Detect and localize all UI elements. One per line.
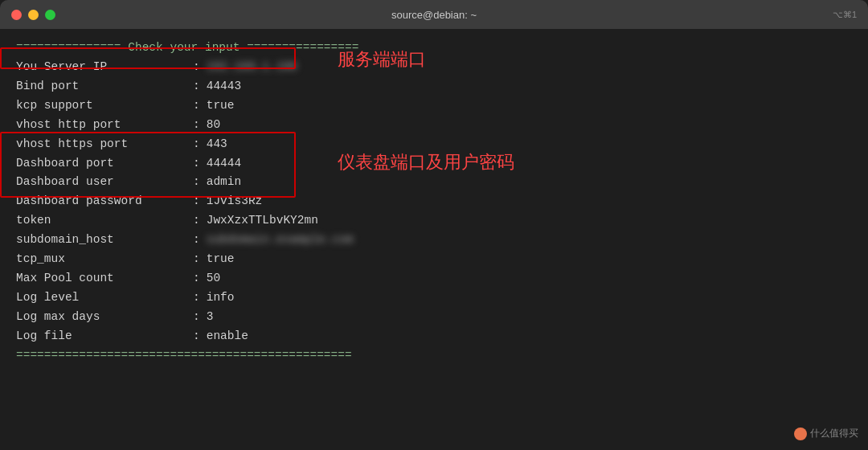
- row-log-file: Log file : enable: [16, 327, 852, 346]
- value-log-max-days: 3: [207, 308, 214, 327]
- key-kcp: kcp support: [16, 96, 193, 116]
- key-dashboard-password: Dashboard password: [16, 192, 193, 211]
- annotation-bind-port: 服务端端口: [338, 45, 426, 74]
- key-max-pool: Max Pool count: [16, 269, 193, 288]
- value-kcp: true: [207, 96, 235, 116]
- key-vhost-http: vhost http port: [16, 116, 193, 135]
- window-title: source@debian: ~: [391, 9, 477, 21]
- key-vhost-https: vhost https port: [16, 135, 193, 154]
- close-button[interactable]: [11, 10, 22, 20]
- watermark-icon: [794, 428, 807, 440]
- value-dashboard-user: admin: [207, 173, 242, 192]
- maximize-button[interactable]: [45, 10, 55, 20]
- minimize-button[interactable]: [28, 10, 39, 20]
- key-log-file: Log file: [16, 327, 193, 346]
- row-kcp: kcp support : true: [16, 96, 852, 116]
- row-subdomain: subdomain_host : subdomain.example.com: [16, 231, 852, 250]
- row-tcp-mux: tcp_mux : true: [16, 250, 852, 269]
- key-subdomain: subdomain_host: [16, 231, 193, 250]
- value-dashboard-port: 44444: [207, 154, 242, 174]
- row-token: token : JwxXzxTTLbvKY2mn: [16, 211, 852, 231]
- value-tcp-mux: true: [207, 250, 235, 269]
- value-max-pool: 50: [207, 269, 220, 288]
- shortcut-hint: ⌥⌘1: [833, 10, 857, 20]
- watermark: 什么值得买: [794, 426, 858, 442]
- row-max-pool: Max Pool count : 50: [16, 269, 852, 288]
- value-bind-port: 44443: [207, 77, 242, 96]
- value-dashboard-password: 1Jvis3Rz: [207, 192, 263, 211]
- row-log-level: Log level : info: [16, 288, 852, 308]
- value-server-ip: 192.168.1.100: [207, 58, 297, 77]
- row-vhost-http: vhost http port : 80: [16, 116, 852, 135]
- traffic-lights: [11, 10, 55, 20]
- value-log-file: enable: [207, 327, 248, 346]
- separator-top: =============== Check your input =======…: [16, 39, 852, 58]
- titlebar: source@debian: ~ ⌥⌘1: [0, 0, 868, 29]
- key-dashboard-port: Dashboard port: [16, 154, 193, 174]
- row-server-ip: You Server IP : 192.168.1.100: [16, 58, 852, 77]
- row-dashboard-password: Dashboard password : 1Jvis3Rz: [16, 192, 852, 211]
- key-server-ip: You Server IP: [16, 58, 193, 77]
- value-log-level: info: [207, 288, 235, 308]
- row-log-max-days: Log max days : 3: [16, 308, 852, 327]
- key-dashboard-user: Dashboard user: [16, 173, 193, 192]
- key-log-level: Log level: [16, 288, 193, 308]
- row-bind-port: Bind port : 44443: [16, 77, 852, 96]
- annotation-dashboard: 仪表盘端口及用户密码: [338, 148, 514, 177]
- watermark-text: 什么值得买: [810, 426, 858, 442]
- terminal-window: source@debian: ~ ⌥⌘1 =============== Che…: [0, 0, 868, 450]
- key-log-max-days: Log max days: [16, 308, 193, 327]
- value-vhost-http: 80: [207, 116, 220, 135]
- key-bind-port: Bind port: [16, 77, 193, 96]
- value-vhost-https: 443: [207, 135, 227, 154]
- value-token: JwxXzxTTLbvKY2mn: [207, 211, 318, 231]
- value-subdomain: subdomain.example.com: [207, 231, 354, 250]
- terminal-body: =============== Check your input =======…: [0, 29, 868, 450]
- key-tcp-mux: tcp_mux: [16, 250, 193, 269]
- key-token: token: [16, 211, 193, 231]
- separator-bottom: ========================================…: [16, 346, 852, 366]
